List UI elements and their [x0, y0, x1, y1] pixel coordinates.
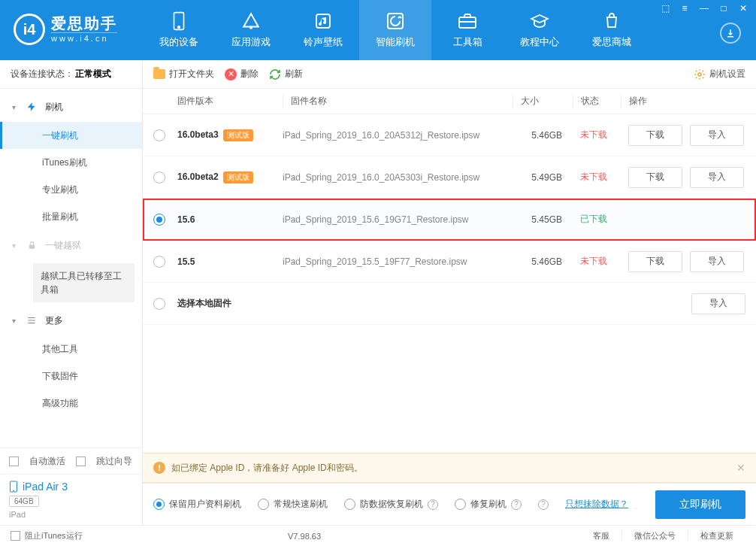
- flash-option-1[interactable]: 常规快速刷机: [258, 498, 328, 511]
- cell-name: iPad_Spring_2019_15.6_19G71_Restore.ipsw: [283, 214, 513, 225]
- svg-point-8: [14, 490, 14, 491]
- flash-option-0[interactable]: 保留用户资料刷机: [153, 498, 241, 511]
- stop-itunes-checkbox[interactable]: [11, 531, 20, 541]
- status-label: 设备连接状态：: [11, 68, 74, 80]
- download-button[interactable]: 下载: [628, 125, 682, 146]
- delete-label: 删除: [240, 68, 259, 80]
- flash-option-radio[interactable]: [258, 499, 269, 510]
- tab-store[interactable]: 爱思商城: [576, 0, 648, 60]
- table-row[interactable]: 15.5iPad_Spring_2019_15.5_19F77_Restore.…: [143, 241, 756, 283]
- footer-link-0[interactable]: 客服: [581, 530, 621, 541]
- table-row[interactable]: 16.0beta2测试版iPad_Spring_2019_16.0_20A530…: [143, 156, 756, 199]
- gear-icon: [694, 68, 706, 80]
- sidebar-item-flash-1[interactable]: iTunes刷机: [0, 149, 142, 176]
- col-op: 操作: [621, 95, 756, 108]
- device-name: iPad Air 3: [23, 481, 68, 493]
- side-nav: ▾ 刷机 一键刷机iTunes刷机专业刷机批量刷机 ▾ 一键越狱 越狱工具已转移…: [0, 89, 142, 447]
- tab-label: 我的设备: [159, 35, 198, 49]
- import-button[interactable]: 导入: [690, 125, 744, 146]
- jailbreak-note: 越狱工具已转移至工具箱: [33, 263, 135, 302]
- erase-only-link[interactable]: 只想抹除数据？: [565, 498, 628, 511]
- open-folder-button[interactable]: 打开文件夹: [153, 68, 214, 80]
- footer-link-2[interactable]: 检查更新: [688, 530, 745, 541]
- tab-music[interactable]: 铃声壁纸: [287, 0, 359, 60]
- download-button[interactable]: 下载: [628, 251, 682, 272]
- sidebar-item-more-0[interactable]: 其他工具: [0, 335, 142, 362]
- flash-option-radio[interactable]: [153, 499, 165, 510]
- import-button[interactable]: 导入: [691, 293, 745, 314]
- import-button[interactable]: 导入: [690, 167, 744, 188]
- tab-tutorial[interactable]: 教程中心: [503, 0, 576, 60]
- sidebar-item-flash-3[interactable]: 批量刷机: [0, 203, 142, 230]
- download-button[interactable]: 下载: [628, 167, 682, 188]
- cell-version: 16.0beta3测试版: [177, 129, 283, 141]
- delete-button[interactable]: ✕删除: [225, 68, 259, 80]
- refresh-label: 刷新: [285, 68, 303, 80]
- flash-option-radio[interactable]: [344, 499, 355, 510]
- flash-option-3[interactable]: 修复刷机?: [455, 498, 522, 511]
- sidebar-item-more-1[interactable]: 下载固件: [0, 362, 142, 390]
- nav-group-more[interactable]: ▾ 更多: [0, 305, 142, 335]
- sidebar-item-flash-2[interactable]: 专业刷机: [0, 176, 142, 203]
- flash-option-2[interactable]: 防数据恢复刷机?: [344, 498, 438, 511]
- apple-id-notice: ! 如已绑定 Apple ID，请准备好 Apple ID和密码。 ✕: [143, 453, 756, 483]
- row-radio[interactable]: [153, 256, 165, 268]
- cell-size: 5.49GB: [513, 172, 573, 183]
- import-button[interactable]: 导入: [690, 251, 744, 272]
- winbtn-max-icon[interactable]: □: [717, 3, 730, 14]
- cell-name: iPad_Spring_2019_16.0_20A5303i_Restore.i…: [283, 172, 513, 183]
- cell-size: 5.46GB: [513, 130, 573, 141]
- notice-close-icon[interactable]: ✕: [736, 462, 745, 474]
- flash-now-button[interactable]: 立即刷机: [655, 490, 745, 519]
- refresh-button[interactable]: 刷新: [269, 68, 303, 80]
- sidebar-item-more-2[interactable]: 高级功能: [0, 390, 142, 417]
- flash-settings-button[interactable]: 刷机设置: [694, 68, 745, 80]
- toolbar: 打开文件夹 ✕删除 刷新 刷机设置: [143, 60, 756, 89]
- flash-option-radio[interactable]: [455, 499, 466, 510]
- svg-point-1: [178, 26, 180, 28]
- col-status: 状态: [573, 95, 621, 108]
- notice-text: 如已绑定 Apple ID，请准备好 Apple ID和密码。: [171, 462, 363, 475]
- firmware-table: 16.0beta3测试版iPad_Spring_2019_16.0_20A531…: [143, 114, 756, 453]
- table-row[interactable]: 16.0beta3测试版iPad_Spring_2019_16.0_20A531…: [143, 114, 756, 156]
- delete-icon: ✕: [225, 68, 237, 80]
- window-buttons: ⬚ ≡ — □ ✕: [658, 3, 750, 14]
- header-download-icon[interactable]: [720, 23, 741, 44]
- tab-flash[interactable]: 智能刷机: [359, 0, 431, 60]
- auto-activate-checkbox[interactable]: [9, 457, 19, 466]
- device-info[interactable]: iPad Air 3 64GB iPad: [0, 474, 142, 525]
- help-icon[interactable]: ?: [511, 499, 522, 510]
- row-radio[interactable]: [153, 129, 165, 141]
- col-name: 固件名称: [283, 95, 513, 108]
- warning-icon: !: [153, 462, 165, 474]
- nav-group-flash[interactable]: ▾ 刷机: [0, 92, 142, 122]
- winbtn-min-icon[interactable]: —: [697, 3, 711, 14]
- help-icon[interactable]: ?: [428, 499, 438, 510]
- tab-toolbox[interactable]: 工具箱: [431, 0, 503, 60]
- winbtn-close-icon[interactable]: ✕: [736, 3, 750, 14]
- winbtn-extra-icon[interactable]: ⬚: [658, 3, 672, 14]
- help-icon[interactable]: ?: [538, 499, 549, 510]
- skip-wizard-checkbox[interactable]: [76, 457, 86, 466]
- table-row[interactable]: 选择本地固件导入: [143, 283, 756, 325]
- table-row[interactable]: 15.6iPad_Spring_2019_15.6_19G71_Restore.…: [143, 199, 756, 241]
- winbtn-menu-icon[interactable]: ≡: [678, 3, 691, 14]
- cell-status: 未下载: [573, 255, 621, 268]
- brand-url: www.i4.cn: [51, 32, 117, 44]
- footer-link-1[interactable]: 微信公众号: [621, 530, 688, 541]
- flash-settings-label: 刷机设置: [709, 68, 745, 80]
- flash-option-label: 防数据恢复刷机: [360, 498, 423, 511]
- flash-icon: [386, 11, 405, 31]
- tab-apps[interactable]: 应用游戏: [215, 0, 287, 60]
- brand-logo-icon: i4: [14, 14, 45, 45]
- lock-icon: [26, 239, 38, 251]
- header: ⬚ ≡ — □ ✕ i4 爱思助手 www.i4.cn 我的设备应用游戏铃声壁纸…: [0, 0, 756, 60]
- row-radio[interactable]: [153, 298, 165, 310]
- refresh-icon: [269, 68, 281, 80]
- row-radio[interactable]: [153, 171, 165, 184]
- sidebar-item-flash-0[interactable]: 一键刷机: [0, 122, 142, 149]
- row-radio[interactable]: [153, 214, 165, 226]
- svg-rect-6: [29, 244, 35, 248]
- flash-option-label: 常规快速刷机: [274, 498, 328, 511]
- tab-device[interactable]: 我的设备: [143, 0, 215, 60]
